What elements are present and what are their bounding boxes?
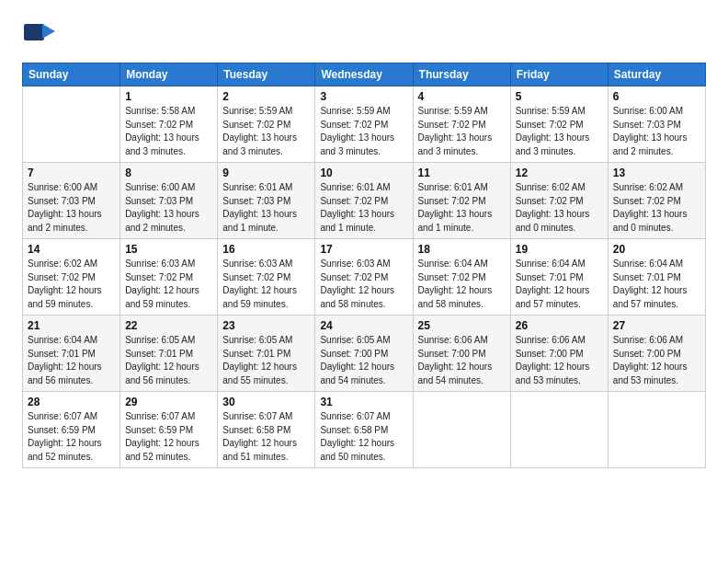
day-number: 17 (320, 243, 407, 256)
day-number: 5 (516, 90, 603, 103)
calendar-cell: 5Sunrise: 5:59 AMSunset: 7:02 PMDaylight… (510, 86, 608, 163)
day-info: Sunrise: 6:01 AMSunset: 7:02 PMDaylight:… (418, 181, 506, 235)
calendar-cell: 19Sunrise: 6:04 AMSunset: 7:01 PMDayligh… (510, 239, 608, 316)
calendar-cell: 6Sunrise: 6:00 AMSunset: 7:03 PMDaylight… (608, 86, 705, 163)
day-info: Sunrise: 6:07 AMSunset: 6:59 PMDaylight:… (125, 410, 212, 464)
calendar-cell: 23Sunrise: 6:05 AMSunset: 7:01 PMDayligh… (218, 316, 315, 392)
day-info: Sunrise: 6:02 AMSunset: 7:02 PMDaylight:… (28, 258, 115, 311)
calendar-cell: 22Sunrise: 6:05 AMSunset: 7:01 PMDayligh… (120, 316, 218, 392)
day-info: Sunrise: 5:59 AMSunset: 7:02 PMDaylight:… (320, 105, 407, 158)
calendar-week-row: 21Sunrise: 6:04 AMSunset: 7:01 PMDayligh… (23, 316, 706, 392)
calendar-cell: 27Sunrise: 6:06 AMSunset: 7:00 PMDayligh… (608, 316, 705, 392)
day-info: Sunrise: 6:06 AMSunset: 7:00 PMDaylight:… (418, 334, 506, 387)
day-number: 6 (613, 90, 700, 103)
calendar-cell (510, 392, 608, 468)
day-info: Sunrise: 6:04 AMSunset: 7:01 PMDaylight:… (613, 258, 700, 311)
calendar-cell: 24Sunrise: 6:05 AMSunset: 7:00 PMDayligh… (315, 316, 413, 392)
day-info: Sunrise: 6:07 AMSunset: 6:58 PMDaylight:… (320, 410, 407, 464)
day-number: 22 (125, 319, 212, 332)
calendar-cell: 14Sunrise: 6:02 AMSunset: 7:02 PMDayligh… (23, 239, 120, 316)
day-number: 30 (222, 396, 310, 408)
calendar-cell: 30Sunrise: 6:07 AMSunset: 6:58 PMDayligh… (218, 392, 315, 468)
day-number: 3 (320, 90, 407, 103)
day-info: Sunrise: 6:01 AMSunset: 7:02 PMDaylight:… (320, 181, 407, 235)
calendar-cell: 7Sunrise: 6:00 AMSunset: 7:03 PMDaylight… (23, 163, 120, 239)
day-info: Sunrise: 6:02 AMSunset: 7:02 PMDaylight:… (613, 181, 700, 235)
day-number: 1 (125, 90, 212, 103)
day-number: 18 (418, 243, 506, 256)
day-info: Sunrise: 5:58 AMSunset: 7:02 PMDaylight:… (125, 105, 212, 158)
weekday-header: Monday (120, 63, 218, 86)
day-number: 26 (516, 319, 603, 332)
calendar-cell: 10Sunrise: 6:01 AMSunset: 7:02 PMDayligh… (315, 163, 413, 239)
day-info: Sunrise: 6:00 AMSunset: 7:03 PMDaylight:… (613, 105, 700, 158)
day-info: Sunrise: 6:04 AMSunset: 7:01 PMDaylight:… (516, 258, 603, 311)
calendar-cell: 13Sunrise: 6:02 AMSunset: 7:02 PMDayligh… (608, 163, 705, 239)
day-number: 4 (418, 90, 506, 103)
weekday-header: Wednesday (315, 63, 413, 86)
calendar-cell: 26Sunrise: 6:06 AMSunset: 7:00 PMDayligh… (510, 316, 608, 392)
day-number: 12 (516, 167, 603, 179)
day-info: Sunrise: 5:59 AMSunset: 7:02 PMDaylight:… (516, 105, 603, 158)
weekday-header: Thursday (413, 63, 510, 86)
calendar-week-row: 14Sunrise: 6:02 AMSunset: 7:02 PMDayligh… (23, 239, 706, 316)
day-info: Sunrise: 6:06 AMSunset: 7:00 PMDaylight:… (613, 334, 700, 387)
day-number: 10 (320, 167, 407, 179)
calendar-cell: 9Sunrise: 6:01 AMSunset: 7:03 PMDaylight… (218, 163, 315, 239)
day-number: 8 (125, 167, 212, 179)
weekday-header: Tuesday (218, 63, 315, 86)
weekday-header: Sunday (23, 63, 120, 86)
day-number: 2 (222, 90, 310, 103)
day-number: 21 (28, 319, 115, 332)
day-number: 25 (418, 319, 506, 332)
day-info: Sunrise: 6:04 AMSunset: 7:02 PMDaylight:… (418, 258, 506, 311)
day-info: Sunrise: 6:01 AMSunset: 7:03 PMDaylight:… (222, 181, 310, 235)
day-number: 15 (125, 243, 212, 256)
day-number: 7 (28, 167, 115, 179)
calendar-cell: 21Sunrise: 6:04 AMSunset: 7:01 PMDayligh… (23, 316, 120, 392)
day-info: Sunrise: 6:00 AMSunset: 7:03 PMDaylight:… (28, 181, 115, 235)
day-info: Sunrise: 6:03 AMSunset: 7:02 PMDaylight:… (320, 258, 407, 311)
calendar-cell: 4Sunrise: 5:59 AMSunset: 7:02 PMDaylight… (413, 86, 510, 163)
day-number: 14 (28, 243, 115, 256)
day-number: 19 (516, 243, 603, 256)
svg-rect-0 (24, 24, 44, 40)
logo (22, 18, 61, 52)
calendar-week-row: 28Sunrise: 6:07 AMSunset: 6:59 PMDayligh… (23, 392, 706, 468)
day-info: Sunrise: 6:07 AMSunset: 6:58 PMDaylight:… (222, 410, 310, 464)
day-info: Sunrise: 5:59 AMSunset: 7:02 PMDaylight:… (418, 105, 506, 158)
calendar-cell: 8Sunrise: 6:00 AMSunset: 7:03 PMDaylight… (120, 163, 218, 239)
calendar-cell: 20Sunrise: 6:04 AMSunset: 7:01 PMDayligh… (608, 239, 705, 316)
calendar-cell: 3Sunrise: 5:59 AMSunset: 7:02 PMDaylight… (315, 86, 413, 163)
day-number: 23 (222, 319, 310, 332)
day-info: Sunrise: 6:02 AMSunset: 7:02 PMDaylight:… (516, 181, 603, 235)
day-number: 28 (28, 396, 115, 408)
calendar-week-row: 1Sunrise: 5:58 AMSunset: 7:02 PMDaylight… (23, 86, 706, 163)
calendar-cell: 18Sunrise: 6:04 AMSunset: 7:02 PMDayligh… (413, 239, 510, 316)
day-info: Sunrise: 6:03 AMSunset: 7:02 PMDaylight:… (125, 258, 212, 311)
calendar-cell: 31Sunrise: 6:07 AMSunset: 6:58 PMDayligh… (315, 392, 413, 468)
header (22, 18, 706, 52)
calendar-cell: 29Sunrise: 6:07 AMSunset: 6:59 PMDayligh… (120, 392, 218, 468)
calendar-week-row: 7Sunrise: 6:00 AMSunset: 7:03 PMDaylight… (23, 163, 706, 239)
day-number: 31 (320, 396, 407, 408)
calendar-cell (413, 392, 510, 468)
calendar-cell: 1Sunrise: 5:58 AMSunset: 7:02 PMDaylight… (120, 86, 218, 163)
calendar-cell: 17Sunrise: 6:03 AMSunset: 7:02 PMDayligh… (315, 239, 413, 316)
svg-marker-1 (42, 24, 55, 39)
calendar-cell: 25Sunrise: 6:06 AMSunset: 7:00 PMDayligh… (413, 316, 510, 392)
calendar-cell: 15Sunrise: 6:03 AMSunset: 7:02 PMDayligh… (120, 239, 218, 316)
day-number: 24 (320, 319, 407, 332)
calendar-table: SundayMondayTuesdayWednesdayThursdayFrid… (22, 63, 706, 468)
day-number: 29 (125, 396, 212, 408)
day-number: 27 (613, 319, 700, 332)
day-number: 9 (222, 167, 310, 179)
day-info: Sunrise: 6:05 AMSunset: 7:00 PMDaylight:… (320, 334, 407, 387)
calendar-cell: 12Sunrise: 6:02 AMSunset: 7:02 PMDayligh… (510, 163, 608, 239)
day-number: 20 (613, 243, 700, 256)
calendar-cell: 2Sunrise: 5:59 AMSunset: 7:02 PMDaylight… (218, 86, 315, 163)
day-number: 13 (613, 167, 700, 179)
day-info: Sunrise: 6:05 AMSunset: 7:01 PMDaylight:… (222, 334, 310, 387)
day-info: Sunrise: 6:04 AMSunset: 7:01 PMDaylight:… (28, 334, 115, 387)
day-number: 16 (222, 243, 310, 256)
